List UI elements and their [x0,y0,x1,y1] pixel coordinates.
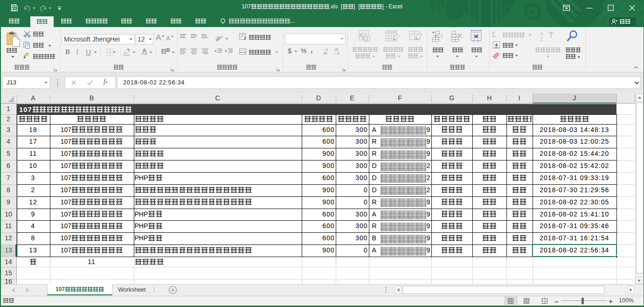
svg-text:Z: Z [540,37,543,42]
svg-text:←.0: ←.0 [322,48,328,51]
svg-text:→.0: →.0 [333,52,339,55]
svg-text:ab: ab [215,35,222,42]
svg-text:.00: .00 [323,52,327,55]
svg-text:A: A [540,31,543,36]
svg-text:.00: .00 [334,48,339,51]
